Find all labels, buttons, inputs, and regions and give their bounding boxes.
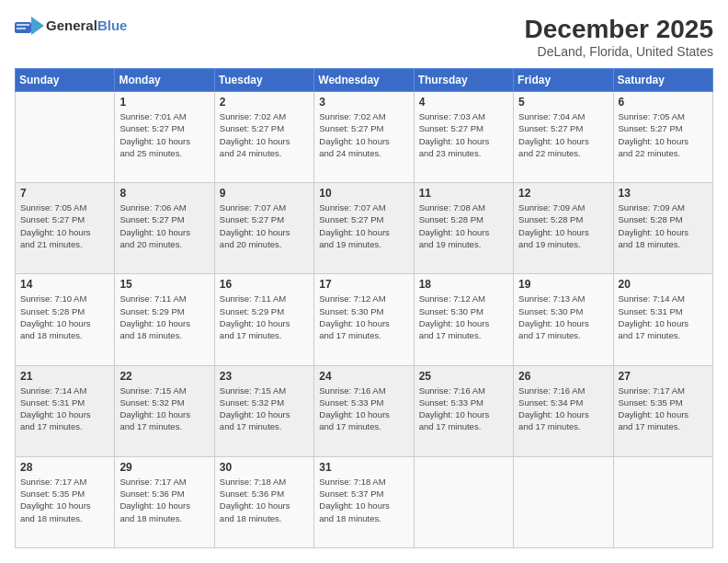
calendar-week-row: 21Sunrise: 7:14 AM Sunset: 5:31 PM Dayli… bbox=[16, 365, 713, 456]
day-info: Sunrise: 7:18 AM Sunset: 5:37 PM Dayligh… bbox=[319, 476, 408, 524]
header: GeneralBlue December 2025 DeLand, Florid… bbox=[15, 15, 713, 59]
day-info: Sunrise: 7:05 AM Sunset: 5:27 PM Dayligh… bbox=[20, 201, 109, 250]
day-info: Sunrise: 7:09 AM Sunset: 5:28 PM Dayligh… bbox=[518, 201, 608, 250]
day-number: 12 bbox=[518, 187, 608, 200]
day-info: Sunrise: 7:13 AM Sunset: 5:30 PM Dayligh… bbox=[518, 293, 608, 341]
day-info: Sunrise: 7:02 AM Sunset: 5:27 PM Dayligh… bbox=[319, 110, 408, 159]
day-number: 27 bbox=[619, 370, 708, 383]
calendar-header-row: SundayMondayTuesdayWednesdayThursdayFrid… bbox=[16, 69, 713, 92]
day-number: 9 bbox=[220, 187, 309, 200]
day-info: Sunrise: 7:04 AM Sunset: 5:27 PM Dayligh… bbox=[518, 110, 608, 159]
day-number: 10 bbox=[319, 187, 408, 200]
calendar-cell: 13Sunrise: 7:09 AM Sunset: 5:28 PM Dayli… bbox=[613, 183, 712, 274]
calendar-cell: 11Sunrise: 7:08 AM Sunset: 5:28 PM Dayli… bbox=[414, 183, 513, 274]
logo-blue: Blue bbox=[97, 17, 128, 33]
calendar-cell: 3Sunrise: 7:02 AM Sunset: 5:27 PM Daylig… bbox=[314, 92, 414, 183]
day-number: 13 bbox=[619, 187, 708, 200]
day-info: Sunrise: 7:06 AM Sunset: 5:27 PM Dayligh… bbox=[119, 201, 209, 250]
day-info: Sunrise: 7:09 AM Sunset: 5:28 PM Dayligh… bbox=[619, 201, 708, 250]
day-info: Sunrise: 7:16 AM Sunset: 5:33 PM Dayligh… bbox=[319, 385, 408, 433]
calendar-cell bbox=[613, 456, 712, 547]
calendar-cell bbox=[514, 456, 613, 547]
day-info: Sunrise: 7:02 AM Sunset: 5:27 PM Dayligh… bbox=[220, 110, 309, 159]
calendar-cell: 1Sunrise: 7:01 AM Sunset: 5:27 PM Daylig… bbox=[115, 92, 214, 183]
day-info: Sunrise: 7:05 AM Sunset: 5:27 PM Dayligh… bbox=[619, 110, 708, 159]
day-info: Sunrise: 7:10 AM Sunset: 5:28 PM Dayligh… bbox=[20, 293, 109, 341]
calendar-header-sunday: Sunday bbox=[16, 69, 115, 92]
svg-rect-3 bbox=[17, 28, 26, 29]
day-number: 26 bbox=[518, 370, 608, 383]
day-number: 8 bbox=[119, 187, 209, 200]
day-info: Sunrise: 7:14 AM Sunset: 5:31 PM Dayligh… bbox=[619, 293, 708, 341]
location: DeLand, Florida, United States bbox=[525, 44, 713, 59]
svg-marker-1 bbox=[31, 17, 44, 35]
logo-general: General bbox=[46, 17, 97, 33]
calendar-cell bbox=[414, 456, 513, 547]
day-info: Sunrise: 7:07 AM Sunset: 5:27 PM Dayligh… bbox=[220, 201, 309, 250]
day-info: Sunrise: 7:03 AM Sunset: 5:27 PM Dayligh… bbox=[419, 110, 508, 159]
svg-rect-2 bbox=[17, 24, 29, 26]
day-info: Sunrise: 7:11 AM Sunset: 5:29 PM Dayligh… bbox=[119, 293, 209, 341]
title-block: December 2025 DeLand, Florida, United St… bbox=[525, 15, 713, 59]
day-number: 29 bbox=[119, 461, 209, 474]
calendar-header-saturday: Saturday bbox=[613, 69, 712, 92]
calendar-header-monday: Monday bbox=[115, 69, 214, 92]
calendar-cell: 6Sunrise: 7:05 AM Sunset: 5:27 PM Daylig… bbox=[613, 92, 712, 183]
day-info: Sunrise: 7:14 AM Sunset: 5:31 PM Dayligh… bbox=[20, 385, 109, 433]
calendar-cell: 7Sunrise: 7:05 AM Sunset: 5:27 PM Daylig… bbox=[16, 183, 115, 274]
day-number: 4 bbox=[419, 96, 508, 109]
day-number: 30 bbox=[220, 461, 309, 474]
day-number: 28 bbox=[20, 461, 109, 474]
day-info: Sunrise: 7:16 AM Sunset: 5:34 PM Dayligh… bbox=[518, 385, 608, 433]
day-info: Sunrise: 7:15 AM Sunset: 5:32 PM Dayligh… bbox=[119, 385, 209, 433]
calendar-week-row: 14Sunrise: 7:10 AM Sunset: 5:28 PM Dayli… bbox=[16, 274, 713, 365]
day-number: 7 bbox=[20, 187, 109, 200]
calendar-header-friday: Friday bbox=[514, 69, 613, 92]
day-info: Sunrise: 7:16 AM Sunset: 5:33 PM Dayligh… bbox=[419, 385, 508, 433]
day-number: 25 bbox=[419, 370, 508, 383]
calendar-cell: 21Sunrise: 7:14 AM Sunset: 5:31 PM Dayli… bbox=[16, 365, 115, 456]
calendar-cell: 29Sunrise: 7:17 AM Sunset: 5:36 PM Dayli… bbox=[115, 456, 214, 547]
calendar-week-row: 1Sunrise: 7:01 AM Sunset: 5:27 PM Daylig… bbox=[16, 92, 713, 183]
day-number: 21 bbox=[20, 370, 109, 383]
calendar-cell: 22Sunrise: 7:15 AM Sunset: 5:32 PM Dayli… bbox=[115, 365, 214, 456]
logo-icon bbox=[15, 15, 44, 37]
calendar-cell: 5Sunrise: 7:04 AM Sunset: 5:27 PM Daylig… bbox=[514, 92, 613, 183]
calendar-cell: 18Sunrise: 7:12 AM Sunset: 5:30 PM Dayli… bbox=[414, 274, 513, 365]
calendar-cell: 10Sunrise: 7:07 AM Sunset: 5:27 PM Dayli… bbox=[314, 183, 414, 274]
day-number: 11 bbox=[419, 187, 508, 200]
day-number: 2 bbox=[220, 96, 309, 109]
calendar-cell: 2Sunrise: 7:02 AM Sunset: 5:27 PM Daylig… bbox=[214, 92, 313, 183]
calendar-cell: 31Sunrise: 7:18 AM Sunset: 5:37 PM Dayli… bbox=[314, 456, 414, 547]
calendar-cell: 12Sunrise: 7:09 AM Sunset: 5:28 PM Dayli… bbox=[514, 183, 613, 274]
calendar-cell: 20Sunrise: 7:14 AM Sunset: 5:31 PM Dayli… bbox=[613, 274, 712, 365]
calendar-header-thursday: Thursday bbox=[414, 69, 513, 92]
page: GeneralBlue December 2025 DeLand, Florid… bbox=[0, 0, 728, 563]
day-info: Sunrise: 7:11 AM Sunset: 5:29 PM Dayligh… bbox=[220, 293, 309, 341]
calendar-cell: 23Sunrise: 7:15 AM Sunset: 5:32 PM Dayli… bbox=[214, 365, 313, 456]
calendar-cell: 8Sunrise: 7:06 AM Sunset: 5:27 PM Daylig… bbox=[115, 183, 214, 274]
calendar-cell: 26Sunrise: 7:16 AM Sunset: 5:34 PM Dayli… bbox=[514, 365, 613, 456]
day-info: Sunrise: 7:17 AM Sunset: 5:35 PM Dayligh… bbox=[20, 476, 109, 524]
day-info: Sunrise: 7:12 AM Sunset: 5:30 PM Dayligh… bbox=[419, 293, 508, 341]
logo: GeneralBlue bbox=[15, 15, 127, 37]
day-number: 3 bbox=[319, 96, 408, 109]
day-number: 24 bbox=[319, 370, 408, 383]
day-number: 14 bbox=[20, 278, 109, 291]
calendar-header-wednesday: Wednesday bbox=[314, 69, 414, 92]
month-title: December 2025 bbox=[525, 15, 713, 44]
calendar-cell: 27Sunrise: 7:17 AM Sunset: 5:35 PM Dayli… bbox=[613, 365, 712, 456]
calendar-cell bbox=[16, 92, 115, 183]
calendar-cell: 9Sunrise: 7:07 AM Sunset: 5:27 PM Daylig… bbox=[214, 183, 313, 274]
calendar-cell: 16Sunrise: 7:11 AM Sunset: 5:29 PM Dayli… bbox=[214, 274, 313, 365]
day-number: 17 bbox=[319, 278, 408, 291]
calendar-table: SundayMondayTuesdayWednesdayThursdayFrid… bbox=[15, 68, 713, 548]
calendar-cell: 15Sunrise: 7:11 AM Sunset: 5:29 PM Dayli… bbox=[115, 274, 214, 365]
calendar-header-tuesday: Tuesday bbox=[214, 69, 313, 92]
day-number: 22 bbox=[119, 370, 209, 383]
calendar-cell: 17Sunrise: 7:12 AM Sunset: 5:30 PM Dayli… bbox=[314, 274, 414, 365]
calendar-cell: 24Sunrise: 7:16 AM Sunset: 5:33 PM Dayli… bbox=[314, 365, 414, 456]
day-number: 23 bbox=[220, 370, 309, 383]
day-number: 31 bbox=[319, 461, 408, 474]
day-info: Sunrise: 7:18 AM Sunset: 5:36 PM Dayligh… bbox=[220, 476, 309, 524]
